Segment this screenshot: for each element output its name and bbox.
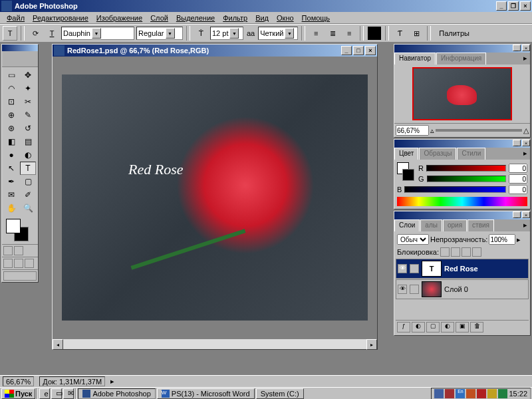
notes-tool[interactable]: ✉ bbox=[3, 188, 19, 201]
lock-paint-icon[interactable] bbox=[451, 247, 460, 257]
tab-color[interactable]: Цвет bbox=[394, 148, 418, 160]
start-button[interactable]: Пуск bbox=[1, 388, 35, 399]
marquee-tool[interactable]: ▭ bbox=[3, 68, 19, 82]
panel-menu-icon[interactable]: ▸ bbox=[521, 53, 530, 65]
r-input[interactable] bbox=[509, 164, 527, 173]
doc-minimize[interactable]: _ bbox=[341, 46, 352, 55]
zoom-tool[interactable]: 🔍 bbox=[20, 201, 36, 215]
palettes-toggle-icon[interactable]: ⊞ bbox=[409, 26, 424, 41]
text-layer-content[interactable]: Red Rose bbox=[128, 161, 183, 178]
history-tool[interactable]: ↺ bbox=[20, 122, 36, 135]
font-size-combo[interactable]: 12 pt▼ bbox=[210, 27, 243, 40]
screen-std-icon[interactable] bbox=[3, 259, 13, 268]
clock[interactable]: 15:22 bbox=[509, 390, 527, 398]
text-color-swatch[interactable] bbox=[367, 26, 382, 41]
tab-swatches[interactable]: Образцы bbox=[419, 148, 456, 160]
layer-style-icon[interactable]: ƒ bbox=[397, 322, 410, 332]
crop-tool[interactable]: ⊡ bbox=[3, 95, 19, 108]
standard-mode-icon[interactable] bbox=[3, 246, 13, 255]
g-slider[interactable] bbox=[427, 176, 506, 182]
lock-trans-icon[interactable] bbox=[440, 247, 450, 257]
task-photoshop[interactable]: Adobe Photoshop bbox=[78, 388, 155, 399]
font-family-combo[interactable]: Dauphin▼ bbox=[61, 27, 134, 40]
color-min[interactable]: _ bbox=[513, 140, 521, 146]
path-tool[interactable]: ↖ bbox=[3, 162, 19, 175]
nav-close[interactable]: × bbox=[522, 45, 530, 51]
doc-close[interactable]: × bbox=[365, 46, 376, 55]
zoom-in-icon[interactable]: △ bbox=[523, 126, 529, 135]
tray-icon[interactable] bbox=[434, 389, 444, 398]
text-vertical-icon[interactable]: T bbox=[45, 26, 59, 41]
canvas[interactable]: Red Rose bbox=[53, 57, 377, 338]
scroll-left-icon[interactable]: ◂ bbox=[53, 339, 63, 350]
jump-icon[interactable] bbox=[3, 271, 37, 281]
task-explorer[interactable]: System (C:) bbox=[256, 388, 304, 399]
stamp-tool[interactable]: ⊛ bbox=[3, 122, 19, 135]
h-scrollbar[interactable]: ◂ ▸ bbox=[53, 338, 377, 349]
layer-mask-icon[interactable]: ◐ bbox=[412, 322, 425, 332]
panel-menu-icon[interactable]: ▸ bbox=[521, 148, 530, 160]
quickmask-icon[interactable] bbox=[14, 246, 23, 255]
dodge-tool[interactable]: ◐ bbox=[20, 148, 36, 162]
tray-lang-icon[interactable]: En bbox=[456, 389, 465, 398]
font-style-combo[interactable]: Regular▼ bbox=[136, 27, 183, 40]
doc-maximize[interactable]: □ bbox=[353, 46, 364, 55]
menu-select[interactable]: Выделение bbox=[172, 14, 219, 22]
layers-close[interactable]: × bbox=[522, 211, 530, 218]
tab-layers[interactable]: Слои bbox=[394, 219, 420, 231]
tab-navigator[interactable]: Навигатор bbox=[394, 53, 436, 65]
chevron-down-icon[interactable]: ▼ bbox=[166, 28, 175, 39]
layer-name-1[interactable]: Red Rose bbox=[444, 265, 478, 273]
menu-view[interactable]: Вид bbox=[251, 14, 273, 22]
zoom-slider[interactable] bbox=[436, 129, 522, 132]
adjust-layer-icon[interactable]: ◐ bbox=[441, 322, 454, 332]
hand-tool[interactable]: ✋ bbox=[3, 201, 19, 215]
tray-icon[interactable] bbox=[498, 389, 507, 398]
nav-thumbnail[interactable] bbox=[412, 67, 512, 120]
status-menu-icon[interactable]: ▸ bbox=[110, 377, 114, 386]
antialias-combo[interactable]: Четкий▼ bbox=[258, 27, 298, 40]
tab-info[interactable]: Информация bbox=[436, 53, 486, 65]
menu-help[interactable]: Помощь bbox=[298, 14, 334, 22]
opacity-input[interactable] bbox=[489, 234, 515, 245]
minimize-button[interactable]: _ bbox=[496, 1, 507, 11]
nav-zoom-input[interactable] bbox=[396, 125, 429, 136]
tab-actions[interactable]: ствия bbox=[467, 219, 494, 231]
screen-full2-icon[interactable] bbox=[25, 259, 34, 268]
chevron-down-icon[interactable]: ▼ bbox=[285, 28, 294, 39]
color-bg-swatch[interactable] bbox=[402, 169, 414, 181]
chevron-down-icon[interactable]: ▼ bbox=[229, 28, 239, 39]
layer-set-icon[interactable]: ▢ bbox=[426, 322, 440, 332]
tab-styles[interactable]: Стили bbox=[457, 148, 485, 160]
pen-tool[interactable]: ✒ bbox=[3, 175, 19, 188]
quick-oe-icon[interactable]: ✉ bbox=[63, 388, 74, 399]
eyedropper-tool[interactable]: ✐ bbox=[20, 188, 36, 201]
text-orient-icon[interactable]: ⟳ bbox=[28, 26, 43, 41]
close-button[interactable]: × bbox=[520, 1, 531, 11]
blend-mode-combo[interactable]: Обыч bbox=[397, 234, 429, 245]
menu-window[interactable]: Окно bbox=[273, 14, 298, 22]
layer-row-2[interactable]: 👁 Слой 0 bbox=[396, 279, 529, 299]
align-right-icon[interactable]: ≡ bbox=[342, 26, 356, 41]
zoom-out-icon[interactable]: ▵ bbox=[430, 126, 434, 135]
link-icon[interactable] bbox=[410, 285, 419, 294]
scroll-right-icon[interactable]: ▸ bbox=[366, 339, 377, 350]
menu-filter[interactable]: Фильтр bbox=[219, 14, 251, 22]
move-tool[interactable]: ✥ bbox=[20, 68, 36, 82]
tray-volume-icon[interactable] bbox=[487, 389, 497, 398]
screen-full-icon[interactable] bbox=[14, 259, 23, 268]
blur-tool[interactable]: ● bbox=[3, 148, 19, 162]
panel-menu-icon[interactable]: ▸ bbox=[521, 219, 530, 231]
warp-text-icon[interactable]: Ƭ bbox=[392, 26, 407, 41]
link-icon[interactable] bbox=[410, 264, 419, 273]
lock-pos-icon[interactable] bbox=[462, 247, 471, 257]
g-input[interactable] bbox=[509, 174, 527, 184]
maximize-button[interactable]: ❐ bbox=[508, 1, 519, 11]
tray-icon[interactable] bbox=[477, 389, 486, 398]
align-left-icon[interactable]: ≡ bbox=[309, 26, 323, 41]
quick-ie-icon[interactable]: e bbox=[39, 388, 50, 399]
color-ramp[interactable] bbox=[397, 197, 527, 206]
tab-channels[interactable]: алы bbox=[420, 219, 442, 231]
r-slider[interactable] bbox=[426, 165, 506, 172]
new-layer-icon[interactable]: ▣ bbox=[456, 322, 469, 332]
